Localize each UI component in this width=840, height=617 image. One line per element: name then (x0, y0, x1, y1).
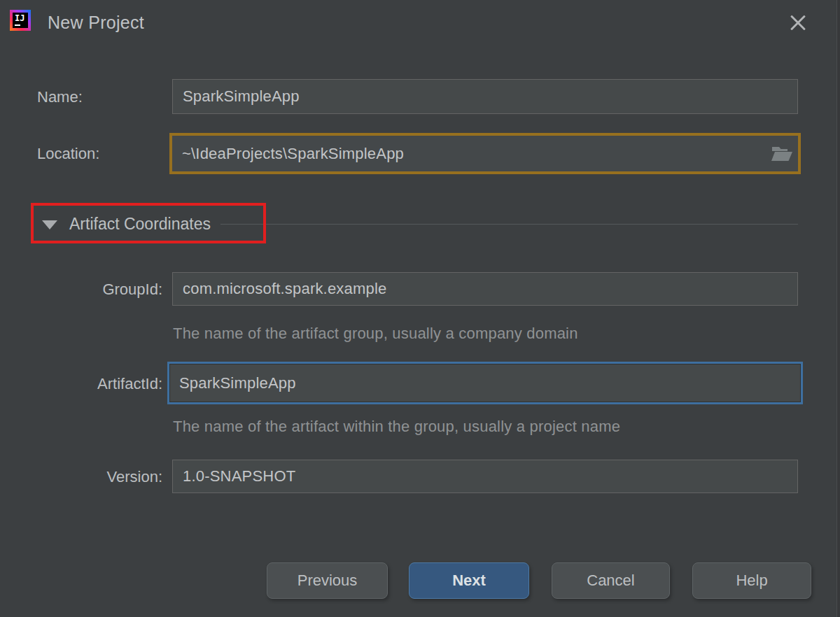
cancel-button[interactable]: Cancel (552, 562, 670, 599)
location-field[interactable] (169, 133, 801, 174)
artifactid-input[interactable] (169, 364, 801, 402)
section-title: Artifact Coordinates (69, 215, 211, 234)
chevron-down-icon (42, 220, 57, 229)
groupid-label: GroupId: (0, 281, 162, 299)
section-separator (220, 224, 798, 225)
browse-folder-button[interactable] (766, 136, 798, 171)
intellij-logo-letters: IJ (13, 13, 28, 28)
version-input[interactable] (173, 460, 797, 492)
intellij-logo-icon: IJ (10, 10, 31, 31)
next-button[interactable]: Next (409, 562, 529, 599)
groupid-hint: The name of the artifact group, usually … (173, 325, 578, 343)
window-title: New Project (48, 13, 144, 33)
title-bar: IJ New Project (0, 0, 840, 42)
name-input[interactable] (173, 80, 797, 113)
version-label: Version: (0, 468, 162, 486)
groupid-field[interactable] (172, 272, 798, 306)
location-label: Location: (37, 145, 99, 163)
section-toggle-artifact-coordinates[interactable]: Artifact Coordinates (42, 214, 798, 234)
name-label: Name: (37, 88, 83, 106)
previous-button[interactable]: Previous (267, 562, 388, 599)
open-folder-icon (771, 145, 793, 163)
artifactid-field[interactable] (167, 362, 803, 404)
groupid-input[interactable] (173, 273, 797, 305)
artifactid-label: ArtifactId: (0, 375, 162, 393)
version-field[interactable] (172, 460, 798, 493)
location-input[interactable] (172, 136, 766, 171)
close-icon[interactable] (785, 10, 811, 36)
artifactid-hint: The name of the artifact within the grou… (173, 418, 620, 436)
help-button[interactable]: Help (692, 562, 811, 599)
name-field[interactable] (172, 79, 798, 114)
window-edge-shadow (837, 0, 840, 617)
